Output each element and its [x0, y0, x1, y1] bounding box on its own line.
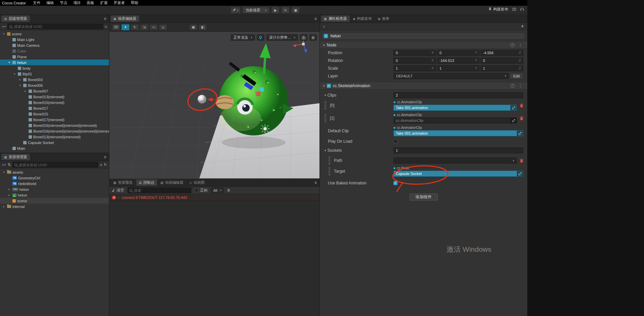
scale-y-input[interactable]: 1Y [437, 65, 480, 71]
tab-scene-editor[interactable]: ▣场景编辑器 [111, 15, 139, 22]
tree-node[interactable]: ▸Bone007 [0, 88, 109, 94]
asset-item[interactable]: ▸internal [0, 204, 109, 209]
tab-build-publish[interactable]: ◈构建发布 [350, 15, 375, 22]
tree-node[interactable]: Main Light [0, 37, 109, 42]
asset-item[interactable]: TSHelloWorld [0, 181, 109, 186]
tab-console[interactable]: ▤控制台 [136, 179, 157, 186]
clip-0-asset-field[interactable]: ◆cc.AnimationClip Take 001.animation [393, 100, 517, 111]
drag-handle[interactable] [325, 101, 326, 109]
locate-asset-button[interactable] [517, 131, 523, 136]
translate-tool-button[interactable]: + [121, 24, 129, 30]
create-node-button[interactable]: +▾ [2, 25, 6, 29]
tab-assets[interactable]: ▦资源管理器 [1, 154, 30, 160]
menu-project[interactable]: 项目 [70, 0, 84, 5]
tab-services[interactable]: ◍服务 [375, 15, 392, 22]
rect-tool-button[interactable]: ▭ [150, 24, 158, 30]
tab-inspector[interactable]: ▦属性检查器 [321, 15, 350, 22]
tree-node[interactable]: ▾scene [0, 31, 109, 37]
hierarchy-search-input[interactable] [13, 25, 101, 29]
render-mode-dropdown[interactable]: 正常渲染▾ [231, 34, 255, 41]
camera-settings-button[interactable] [300, 34, 307, 41]
console-search[interactable] [127, 187, 191, 193]
locate-asset-button[interactable] [510, 105, 517, 110]
add-component-button[interactable]: 添加组件 [410, 194, 438, 201]
collapse-caret[interactable]: ▾ [325, 94, 326, 97]
tab-asset-preview[interactable]: ▧资源预览 [111, 179, 136, 186]
clear-console-button[interactable]: 清空 [112, 188, 124, 193]
drag-handle[interactable] [329, 167, 330, 175]
assets-search-input[interactable] [18, 163, 97, 167]
more-options-icon[interactable]: ⋮ [519, 83, 523, 88]
tree-node[interactable]: Bone017(mirrored) [0, 117, 109, 122]
play-button[interactable]: ▶ [271, 7, 279, 13]
default-clip-asset-field[interactable]: ◆cc.AnimationClip Take 001.animation [393, 126, 523, 136]
gizmo-pivot-button[interactable]: ⊔ [159, 24, 167, 30]
expand-caret[interactable]: ▸ [2, 205, 6, 208]
snap-settings-button[interactable]: ◧ [199, 24, 207, 30]
panel-menu-icon[interactable]: ≡ [314, 16, 317, 21]
filter-list-icon[interactable]: ≡ [100, 163, 102, 167]
tree-node[interactable]: Bone017 [0, 105, 109, 111]
play-on-load-checkbox[interactable] [393, 139, 397, 143]
panel-menu-icon[interactable]: ≡ [314, 180, 317, 185]
tree-node[interactable]: body [0, 65, 109, 71]
asset-item-selected[interactable]: scene [0, 198, 109, 204]
rotation-x-input[interactable]: 0X [393, 58, 436, 64]
more-options-icon[interactable]: ⋮ [519, 43, 523, 47]
filter-list-icon[interactable]: ≡ [105, 25, 107, 29]
support-headset-icon[interactable] [520, 8, 524, 11]
tree-node[interactable]: Bone013(mirrored)(mirrored) [0, 134, 109, 140]
menu-file[interactable]: 文件 [30, 0, 43, 5]
expand-caret[interactable]: ▸ [7, 194, 11, 197]
scene-select-dropdown[interactable]: 当前场景 ▾ [242, 7, 269, 13]
tree-node[interactable]: Bone013(mirrored) [0, 94, 109, 100]
regex-toggle[interactable]: 正则 [195, 188, 207, 193]
scene-viewport[interactable]: 正常渲染▾ 设计分辨率…▾ [109, 32, 319, 179]
drag-handle[interactable] [329, 156, 330, 165]
scale-z-input[interactable]: 1Z [481, 65, 523, 71]
clips-count-field[interactable]: 2 [393, 92, 523, 98]
use-baked-checkbox[interactable]: ✓ [393, 181, 397, 185]
rotation-y-input[interactable]: -164.513Y [437, 58, 480, 64]
tree-node[interactable]: ▸Bone003 [0, 77, 109, 82]
sort-icon[interactable]: ⇅ [7, 163, 10, 167]
tab-hierarchy[interactable]: ▤层级管理器 [1, 15, 30, 22]
help-icon[interactable]: ? [510, 43, 515, 47]
assets-search[interactable] [12, 162, 99, 168]
locate-asset-button[interactable] [510, 118, 517, 123]
asset-item[interactable]: ▸FBXhetun [0, 186, 109, 192]
history-back-button[interactable]: ‹ [323, 24, 325, 29]
asset-item[interactable]: ▾assets [0, 169, 109, 175]
locate-node-button[interactable] [517, 171, 523, 176]
tab-animation-editor[interactable]: ▥动画编辑器 [158, 179, 186, 186]
tree-node[interactable]: Capsule Socket [0, 140, 109, 145]
tree-node[interactable]: Cube [0, 48, 109, 54]
menu-help[interactable]: 帮助 [128, 0, 141, 5]
expand-caret[interactable]: ▾ [7, 61, 11, 64]
delete-clip-1-button[interactable] [520, 116, 523, 120]
position-z-input[interactable]: -4.556Z [481, 50, 523, 56]
position-x-input[interactable]: 0X [393, 50, 436, 56]
refresh-icon[interactable]: ↻ [104, 163, 107, 167]
pin-icon[interactable] [520, 25, 524, 29]
expand-caret[interactable]: ▸ [24, 90, 27, 93]
help-icon[interactable]: ? [510, 84, 515, 88]
menu-developer[interactable]: 开发者 [111, 0, 128, 5]
tree-node[interactable]: Bone016(mirrored)(mirrored)(mirrored)(mi… [0, 128, 109, 134]
tree-node[interactable]: Plane [0, 54, 109, 60]
sockets-count-field[interactable]: 1 [393, 147, 523, 153]
socket-target-field[interactable]: ◆cc.Node Capsule Socket [393, 166, 523, 177]
preview-target-button[interactable]: ▣ [292, 7, 300, 13]
console-log-entry[interactable]: × › connect ETIMEDOUT 117.78.60.75:443 [109, 194, 319, 201]
tab-animation-graph[interactable]: ◇动画图 [187, 179, 207, 186]
layer-dropdown[interactable]: DEFAULT▾ [393, 73, 509, 79]
scale-x-input[interactable]: 1X [393, 65, 436, 71]
expand-caret[interactable]: ▸ [18, 78, 22, 81]
scene-settings-button[interactable] [309, 34, 317, 41]
asset-item[interactable]: ▸hetun [0, 192, 109, 198]
tree-node[interactable]: Bone015(mirrored) [0, 100, 109, 105]
log-options-icon[interactable]: ≣ [227, 188, 230, 192]
menu-edit[interactable]: 编辑 [43, 0, 57, 5]
expand-log-caret[interactable]: › [118, 196, 119, 199]
expand-caret[interactable]: ▾ [2, 32, 6, 35]
